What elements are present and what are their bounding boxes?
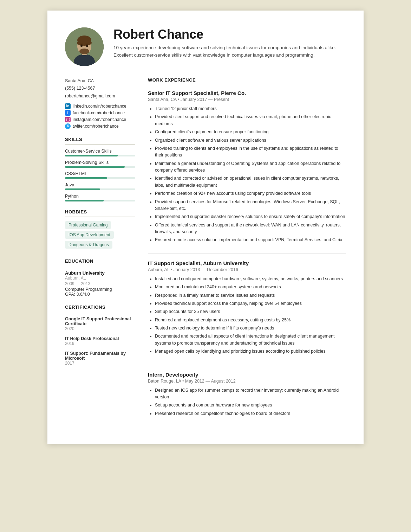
skill-bar-fill [65, 200, 104, 201]
job-bullet: Managed open calls by identifying and pr… [155, 348, 346, 355]
job-bullets: Trained 12 junior staff membersProvided … [148, 105, 346, 244]
job-bullet: Performed creation of 92+ new accounts u… [155, 190, 346, 197]
job-bullet: Monitored and maintained 240+ computer s… [155, 284, 346, 290]
job-divider [148, 254, 346, 254]
skill-bar-bg [65, 188, 135, 190]
work-experience-title: WORK EXPERIENCE [148, 77, 346, 85]
certifications-title: CERTIFICATIONS [65, 305, 135, 312]
certifications-list: Google IT Support Professional Certifica… [65, 316, 135, 366]
skill-name: Customer-Service Skills [65, 149, 135, 154]
certification-item: IT Help Desk Professional 2019 [65, 336, 135, 346]
skill-item: Customer-Service Skills [65, 149, 135, 156]
job-meta: Baton Rouge, LA • May 2012 — August 2012 [148, 379, 346, 384]
education-title: EDUCATION [65, 258, 135, 266]
hobbies-section: HOBBIES Professional GamingIOS App Devel… [65, 209, 135, 251]
facebook-icon: f [65, 110, 71, 116]
job-title: Intern, Developocity [148, 372, 346, 378]
certification-item: IT Support: Fundamentals by Microsoft 20… [65, 351, 135, 366]
resume-page: Robert Chance 10 years experience develo… [47, 11, 364, 444]
contact-phone: (555) 123-4567 [65, 85, 135, 92]
header-text: Robert Chance 10 years experience develo… [113, 27, 346, 59]
cert-name: IT Help Desk Professional [65, 336, 135, 341]
skill-bar-bg [65, 200, 135, 201]
cert-name: Google IT Support Professional Certifica… [65, 316, 135, 326]
skill-bar-bg [65, 166, 135, 168]
job-bullet: Designed an IOS app for summer camps to … [155, 387, 346, 401]
job-bullet: Provided support services for Microsoft … [155, 199, 346, 212]
hobbies-list: Professional GamingIOS App DevelopmentDu… [65, 221, 135, 251]
edu-location: Auburn, AL [65, 276, 135, 281]
candidate-summary: 10 years experience developing software … [113, 44, 346, 59]
skill-item: Python [65, 194, 135, 201]
skill-name: Python [65, 194, 135, 199]
education-item: Auburn University Auburn, AL 2009 — 2013… [65, 270, 135, 297]
job-bullet: Offered technical services and support a… [155, 222, 346, 236]
skill-item: Problem-Solving Skills [65, 160, 135, 168]
social-twitter: 𝕏 twitter.com/robertchance [65, 123, 135, 129]
twitter-icon: 𝕏 [65, 123, 71, 129]
left-column: Santa Ana, CA (555) 123-4567 robertchanc… [65, 77, 135, 427]
job-title: Senior IT Support Specialist, Pierre Co. [148, 90, 346, 96]
cert-year: 2017 [65, 361, 135, 366]
job-bullet: Provided client support and resolved tec… [155, 114, 346, 127]
job-item: Senior IT Support Specialist, Pierre Co.… [148, 90, 346, 244]
job-bullet: Tested new technology to determine if it… [155, 325, 346, 332]
job-bullet: Presented research on competitors' techn… [155, 410, 346, 417]
contact-email: robertchance@gmail.com [65, 92, 135, 100]
svg-point-6 [79, 49, 89, 54]
education-section: EDUCATION Auburn University Auburn, AL 2… [65, 258, 135, 297]
skill-name: Java [65, 182, 135, 187]
job-bullet: Organized client software and various se… [155, 137, 346, 144]
facebook-url: facebook.com/robertchance [73, 110, 125, 115]
svg-point-5 [77, 40, 92, 46]
social-facebook: f facebook.com/robertchance [65, 110, 135, 116]
skill-bar-fill [65, 155, 118, 156]
edu-years: 2009 — 2013 [65, 281, 135, 286]
body-layout: Santa Ana, CA (555) 123-4567 robertchanc… [65, 77, 346, 427]
hobby-tag: Professional Gaming [65, 221, 111, 229]
svg-point-7 [80, 45, 83, 47]
skills-list: Customer-Service Skills Problem-Solving … [65, 149, 135, 201]
cert-name: IT Support: Fundamentals by Microsoft [65, 351, 135, 361]
job-title: IT Support Specialist, Auburn University [148, 260, 346, 266]
job-bullet: Implemented and supported disaster recov… [155, 213, 346, 220]
skills-section: SKILLS Customer-Service Skills Problem-S… [65, 137, 135, 201]
job-bullet: Provided technical support across the co… [155, 300, 346, 307]
skill-item: CSS/HTML [65, 171, 135, 179]
social-instagram: ◯ instagram.com/robertchance [65, 117, 135, 122]
linkedin-url: linkedin.com/in/robertchance [73, 104, 126, 109]
social-linkedin: in linkedin.com/in/robertchance [65, 103, 135, 109]
header-section: Robert Chance 10 years experience develo… [65, 27, 346, 66]
job-bullet: Set up accounts and computer hardware fo… [155, 402, 346, 409]
job-meta: Auburn, AL • January 2013 — December 201… [148, 267, 346, 272]
skill-name: Problem-Solving Skills [65, 160, 135, 165]
edu-gpa: GPA: 3.6/4.0 [65, 292, 135, 297]
job-bullet: Repaired and replaced equipment as neces… [155, 317, 346, 323]
skill-bar-bg [65, 155, 135, 156]
contact-section: Santa Ana, CA (555) 123-4567 robertchanc… [65, 77, 135, 129]
twitter-url: twitter.com/robertchance [73, 124, 119, 129]
linkedin-icon: in [65, 103, 71, 109]
job-bullet: Installed and configured computer hardwa… [155, 276, 346, 282]
job-meta: Santa Ana, CA • January 2017 — Present [148, 97, 346, 102]
job-bullets: Designed an IOS app for summer camps to … [148, 387, 346, 417]
job-bullet: Identified and corrected or advised on o… [155, 175, 346, 189]
edu-school: Auburn University [65, 270, 135, 276]
cert-year: 2019 [65, 341, 135, 346]
skill-item: Java [65, 182, 135, 190]
education-list: Auburn University Auburn, AL 2009 — 2013… [65, 270, 135, 297]
skill-bar-fill [65, 188, 100, 190]
job-bullet: Maintained a general understanding of Op… [155, 160, 346, 174]
job-item: IT Support Specialist, Auburn University… [148, 260, 346, 355]
job-bullet: Provided training to clients and employe… [155, 145, 346, 159]
job-divider [148, 365, 346, 365]
candidate-name: Robert Chance [113, 27, 346, 41]
job-bullet: Documented and recorded all aspects of c… [155, 333, 346, 347]
job-bullet: Trained 12 junior staff members [155, 105, 346, 112]
edu-field: Computer Programming [65, 287, 135, 292]
work-experience-section: WORK EXPERIENCE Senior IT Support Specia… [148, 77, 346, 417]
hobbies-title: HOBBIES [65, 209, 135, 217]
instagram-url: instagram.com/robertchance [73, 117, 126, 122]
contact-location: Santa Ana, CA [65, 77, 135, 85]
jobs-list: Senior IT Support Specialist, Pierre Co.… [148, 90, 346, 417]
